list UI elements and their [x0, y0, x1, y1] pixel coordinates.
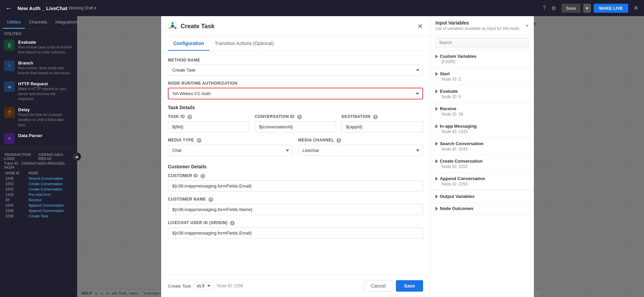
rp-item-label: Custom Variables: [440, 54, 476, 59]
node-name-cell[interactable]: Receive: [27, 197, 73, 203]
node-id-cell: 2256: [4, 203, 24, 208]
table-row[interactable]: 2245Search Conversation: [4, 176, 73, 181]
save-dropdown-button[interactable]: ▾: [583, 4, 591, 13]
right-panel-search-input[interactable]: [435, 38, 528, 47]
main-layout: Utilities Channels Integrations 🔍 UTILIT…: [0, 16, 644, 297]
destination-group: Destination i: [341, 114, 423, 132]
make-live-button[interactable]: MAKE LIVE: [594, 4, 628, 13]
task-id-input[interactable]: [168, 121, 249, 132]
node-id-cell: 2252: [4, 181, 24, 186]
node-name-cell[interactable]: Append Conversation: [27, 208, 73, 213]
topbar-close-icon[interactable]: ✕: [634, 4, 639, 12]
cancel-button[interactable]: Cancel: [364, 280, 393, 292]
version-select[interactable]: v1.0: [194, 282, 213, 290]
media-channel-select[interactable]: Livechat: [298, 145, 423, 156]
rp-item-arrow: [435, 177, 438, 181]
rp-item-label: Search Conversation: [440, 141, 484, 146]
node-name-cell[interactable]: Pre-chat form: [27, 192, 73, 197]
rp-item-header: Append Conversation: [435, 176, 528, 181]
node-name-cell[interactable]: Create Conversation: [27, 181, 73, 186]
footer-left: Create Task v1.0: [168, 282, 213, 290]
sidebar-item-evaluate[interactable]: {} Evaluate Run custom java script to br…: [0, 37, 77, 58]
sidebar-item-dataparser[interactable]: ≡ Data Parser: [0, 130, 77, 146]
authorization-group: NODE RUNTIME AUTHORIZATION NA Webex CC A…: [168, 81, 423, 99]
topbar-subtitle: Working Draft ▾: [69, 6, 96, 10]
modal-tab-configuration[interactable]: Configuration: [168, 37, 210, 51]
livechat-user-id-input[interactable]: [168, 227, 423, 239]
node-name-cell[interactable]: Create Conversation: [27, 186, 73, 192]
svg-point-3: [174, 27, 176, 29]
right-panel-item[interactable]: Start Node ID: 2: [430, 68, 534, 85]
table-row[interactable]: 38Receive: [4, 197, 73, 203]
right-panel-item[interactable]: Custom Variables [F2095]: [430, 50, 534, 68]
sidebar-item-http[interactable]: ◈ HTTP Request Make a HTTP request to yo…: [0, 79, 77, 104]
method-name-select[interactable]: Create Task: [168, 65, 423, 76]
rp-item-header: Search Conversation: [435, 141, 528, 146]
right-panel-item[interactable]: Evaluate Node ID: 9: [430, 85, 534, 103]
rp-item-header: In-app Messaging: [435, 124, 528, 129]
customer-name-input[interactable]: [168, 204, 423, 215]
task-id-group: TASK ID i: [168, 114, 249, 132]
conversation-id-info-icon[interactable]: i: [297, 115, 302, 119]
rp-item-label: Append Conversation: [440, 176, 485, 181]
customer-name-info-icon[interactable]: i: [209, 197, 213, 202]
table-row[interactable]: 2258Create Task: [4, 213, 73, 219]
modal-logo: [168, 22, 177, 31]
rp-item-arrow: [435, 89, 438, 93]
media-type-info-icon[interactable]: i: [197, 138, 201, 143]
node-id-cell: 1333: [4, 192, 24, 197]
node-outcomes-section[interactable]: Node Outcomes: [430, 203, 534, 215]
node-name-cell[interactable]: Create Task: [27, 213, 73, 219]
sidebar-item-text: Branch Run custom Java script and branch…: [18, 60, 73, 76]
task-details-row: TASK ID i CONVERSATION ID i: [168, 114, 423, 138]
right-panel-collapse-icon[interactable]: ▾: [526, 23, 528, 29]
table-row[interactable]: 2252Create Conversation: [4, 186, 73, 192]
rp-item-arrow: [435, 107, 438, 111]
media-channel-info-icon[interactable]: i: [336, 138, 341, 143]
output-variables-section[interactable]: Output Variables: [430, 190, 534, 203]
authorization-select[interactable]: NA Webex CC Auth: [168, 88, 423, 99]
sidebar-tab-channels[interactable]: Channels: [25, 16, 51, 29]
col-header-node-id: NODE ID: [4, 171, 24, 176]
livechat-user-id-info-icon[interactable]: i: [230, 221, 235, 225]
settings-icon[interactable]: ⚙: [551, 5, 556, 11]
customer-id-info-icon[interactable]: i: [200, 174, 205, 178]
svg-point-4: [169, 27, 171, 29]
save-button[interactable]: Save: [561, 4, 581, 13]
destination-info-icon[interactable]: i: [373, 115, 378, 119]
task-id-info-icon[interactable]: i: [187, 115, 192, 119]
modal-title: Create Task: [181, 23, 215, 30]
node-name-cell[interactable]: Search Conversation: [27, 176, 73, 181]
col-header-sort: [24, 171, 27, 176]
destination-input[interactable]: [341, 121, 423, 132]
right-panel-item[interactable]: Create Conversation Node ID: 2252: [430, 155, 534, 173]
back-button[interactable]: ←: [5, 4, 12, 12]
right-panel-item[interactable]: Append Conversation Node ID: 2256: [430, 173, 534, 190]
table-row[interactable]: 2256Append Conversation: [4, 203, 73, 208]
table-row[interactable]: 2256Append Conversation: [4, 208, 73, 213]
sidebar-item-delay[interactable]: ⏱ Delay Pause the flow for a preset dura…: [0, 104, 77, 130]
sidebar-item-branch[interactable]: ⑂ Branch Run custom Java script and bran…: [0, 58, 77, 79]
customer-id-input[interactable]: [168, 180, 423, 192]
node-name-cell[interactable]: Append Conversation: [27, 203, 73, 208]
conversation-id-input[interactable]: [255, 121, 336, 132]
destination-label: Destination i: [341, 114, 423, 119]
sidebar-tab-utilities[interactable]: Utilities: [3, 16, 25, 29]
modal-header: Create Task ✕: [161, 16, 430, 37]
right-panel-item[interactable]: Receive Node ID: 39: [430, 103, 534, 120]
modal-tabs: Configuration Transition Actions (Option…: [161, 37, 430, 51]
modal-save-button[interactable]: Save: [396, 280, 423, 292]
rp-item-arrow: [435, 124, 438, 128]
node-outcomes-title: Node Outcomes: [440, 206, 473, 211]
help-icon[interactable]: ?: [543, 5, 546, 11]
media-type-select[interactable]: Chat: [168, 145, 293, 156]
table-row[interactable]: 2252Create Conversation: [4, 181, 73, 186]
right-panel-item[interactable]: Search Conversation Node ID: 2245: [430, 138, 534, 155]
modal-close-button[interactable]: ✕: [417, 22, 423, 30]
table-row[interactable]: 1333Pre-chat form: [4, 192, 73, 197]
sidebar-item-text: Evaluate Run custom java script to branc…: [18, 40, 73, 55]
right-panel-item[interactable]: In-app Messaging Node ID: 1333: [430, 120, 534, 138]
right-panel-items: Custom Variables [F2095] Start Node ID: …: [430, 50, 534, 190]
modal-tab-transition[interactable]: Transition Actions (Optional): [210, 37, 279, 51]
node-id-text: Node ID: 2258: [217, 284, 243, 288]
